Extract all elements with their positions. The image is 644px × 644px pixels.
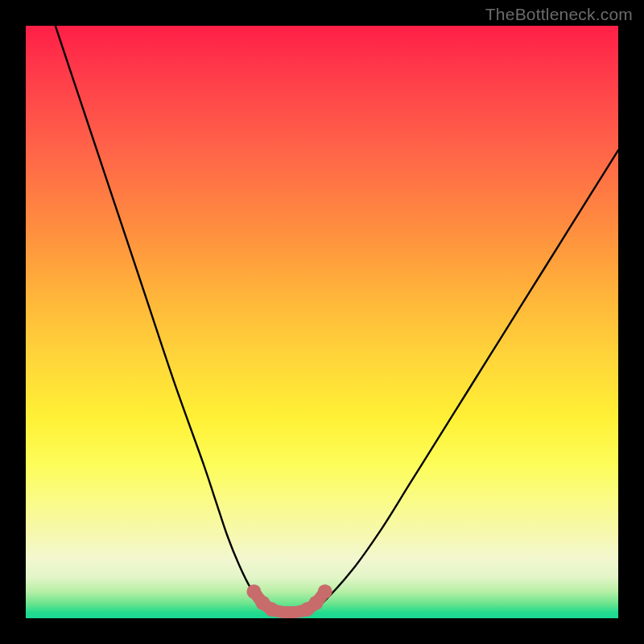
bottleneck-curve-line bbox=[56, 26, 618, 613]
sweet-spot-dot bbox=[309, 596, 324, 610]
attribution-text: TheBottleneck.com bbox=[485, 5, 633, 24]
sweet-spot-dot bbox=[246, 584, 261, 599]
sweet-spot-dot bbox=[264, 602, 279, 617]
sweet-spot-dot bbox=[318, 584, 332, 599]
bottleneck-curve-svg bbox=[26, 26, 618, 618]
chart-frame: TheBottleneck.com bbox=[0, 0, 644, 644]
plot-area bbox=[26, 26, 618, 618]
